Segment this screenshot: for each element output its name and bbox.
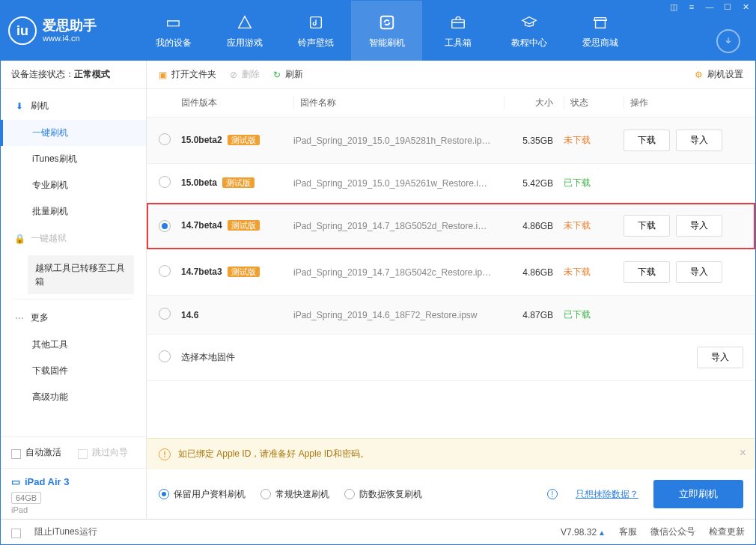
firmware-row[interactable]: 15.0beta 测试版iPad_Spring_2019_15.0_19A526… — [147, 164, 755, 203]
nav-apps[interactable]: 应用游戏 — [209, 1, 280, 61]
brand-logo: iu 爱思助手 www.i4.cn — [8, 16, 132, 45]
sidebar-more[interactable]: ⋯更多 — [1, 304, 146, 332]
sidebar-itunes-flash[interactable]: iTunes刷机 — [1, 146, 146, 172]
erase-link[interactable]: 只想抹除数据？ — [576, 488, 638, 501]
radio-anti[interactable] — [344, 489, 355, 499]
firmware-filename: iPad_Spring_2019_14.6_18F72_Restore.ipsw — [293, 310, 504, 320]
download-indicator[interactable] — [716, 29, 740, 53]
firmware-row[interactable]: 15.0beta2 测试版iPad_Spring_2019_15.0_19A52… — [147, 118, 755, 164]
firmware-size: 5.35GB — [504, 136, 564, 146]
graduation-icon — [520, 13, 538, 32]
device-type: iPad — [11, 505, 135, 514]
import-button[interactable]: 导入 — [676, 130, 722, 151]
auto-activate-checkbox[interactable] — [11, 449, 21, 459]
flash-icon: ⬇ — [14, 101, 25, 112]
opt-normal[interactable]: 常规快速刷机 — [260, 488, 329, 501]
firmware-status: 未下载 — [564, 219, 624, 232]
version-label[interactable]: V7.98.32▲ — [561, 527, 606, 538]
firmware-radio[interactable] — [159, 265, 171, 277]
skip-guide-checkbox[interactable] — [78, 449, 88, 459]
sidebar-pro-flash[interactable]: 专业刷机 — [1, 172, 146, 198]
close-notice-button[interactable]: × — [740, 446, 746, 460]
wechat-link[interactable]: 微信公众号 — [650, 526, 695, 538]
sidebar-batch-flash[interactable]: 批量刷机 — [1, 198, 146, 225]
firmware-row[interactable]: 14.7beta3 测试版iPad_Spring_2019_14.7_18G50… — [147, 249, 755, 296]
sidebar-other-tools[interactable]: 其他工具 — [1, 332, 146, 358]
block-itunes-checkbox[interactable] — [11, 529, 21, 538]
warning-icon: ! — [159, 448, 171, 460]
svg-rect-2 — [451, 19, 464, 28]
sidebar-advanced[interactable]: 高级功能 — [1, 384, 146, 410]
firmware-status: 已下载 — [564, 177, 624, 189]
opt-antirecover[interactable]: 防数据恢复刷机 — [344, 488, 422, 501]
sidebar: 设备连接状态：正常模式 ⬇刷机 一键刷机 iTunes刷机 专业刷机 批量刷机 … — [1, 61, 147, 519]
download-button[interactable]: 下载 — [624, 130, 670, 151]
menu-icon[interactable]: ≡ — [686, 2, 697, 12]
radio-normal[interactable] — [260, 489, 271, 499]
gear-icon: ⚙ — [695, 70, 703, 80]
sidebar-oneclick-flash[interactable]: 一键刷机 — [1, 120, 146, 146]
flash-settings-button[interactable]: ⚙刷机设置 — [695, 68, 743, 81]
lock-icon: 🔒 — [14, 234, 25, 244]
radio-local[interactable] — [159, 350, 171, 362]
main-nav: ▭我的设备 应用游戏 铃声壁纸 智能刷机 工具箱 教程中心 爱思商城 — [138, 1, 748, 61]
nav-toolbox[interactable]: 工具箱 — [422, 1, 493, 61]
th-action: 操作 — [624, 97, 743, 109]
firmware-size: 5.42GB — [504, 178, 564, 189]
update-link[interactable]: 检查更新 — [709, 526, 745, 538]
device-name[interactable]: ▭iPad Air 3 — [11, 476, 135, 487]
phone-icon: ▭ — [165, 13, 181, 32]
device-info: ▭iPad Air 3 64GB iPad — [1, 468, 146, 519]
firmware-size: 4.86GB — [504, 267, 564, 278]
import-button[interactable]: 导入 — [676, 261, 722, 283]
sidebar-flash[interactable]: ⬇刷机 — [1, 92, 146, 120]
import-local-button[interactable]: 导入 — [697, 347, 743, 368]
firmware-radio[interactable] — [159, 176, 171, 188]
firmware-version: 15.0beta2 — [181, 135, 222, 145]
firmware-row[interactable]: 14.7beta4 测试版iPad_Spring_2019_14.7_18G50… — [147, 203, 755, 249]
firmware-radio[interactable] — [159, 220, 171, 232]
service-link[interactable]: 客服 — [619, 526, 637, 538]
nav-my-device[interactable]: ▭我的设备 — [138, 1, 209, 61]
firmware-status: 已下载 — [564, 308, 624, 321]
brand-subtitle: www.i4.cn — [43, 34, 97, 43]
refresh-icon — [379, 13, 395, 32]
firmware-status: 未下载 — [564, 266, 624, 278]
delete-button[interactable]: ⊘删除 — [230, 68, 260, 81]
beta-badge: 测试版 — [228, 135, 260, 145]
device-storage: 64GB — [11, 492, 41, 504]
flash-now-button[interactable]: 立即刷机 — [653, 480, 743, 508]
firmware-filename: iPad_Spring_2019_14.7_18G5052d_Restore.i… — [293, 221, 504, 231]
firmware-radio[interactable] — [159, 133, 171, 145]
nav-flash[interactable]: 智能刷机 — [351, 1, 422, 61]
opt-keep-data[interactable]: 保留用户资料刷机 — [159, 488, 246, 501]
download-button[interactable]: 下载 — [624, 215, 670, 237]
firmware-list: 15.0beta2 测试版iPad_Spring_2019_15.0_19A52… — [147, 118, 755, 335]
app-header: iu 爱思助手 www.i4.cn ▭我的设备 应用游戏 铃声壁纸 智能刷机 工… — [1, 1, 755, 61]
local-firmware-row[interactable]: 选择本地固件 导入 — [147, 335, 755, 381]
nav-store[interactable]: 爱思商城 — [564, 1, 635, 61]
firmware-row[interactable]: 14.6iPad_Spring_2019_14.6_18F72_Restore.… — [147, 296, 755, 335]
firmware-radio[interactable] — [159, 308, 171, 320]
folder-icon: ▣ — [159, 70, 167, 80]
firmware-size: 4.87GB — [504, 310, 564, 320]
th-name: 固件名称 — [293, 97, 504, 109]
beta-badge: 测试版 — [228, 267, 260, 277]
minimize-button[interactable]: — — [704, 2, 715, 12]
maximize-button[interactable]: ☐ — [722, 2, 733, 12]
refresh-button[interactable]: ↻刷新 — [273, 68, 303, 81]
toolbar: ▣打开文件夹 ⊘删除 ↻刷新 ⚙刷机设置 — [147, 61, 755, 89]
brand-title: 爱思助手 — [43, 18, 97, 34]
close-button[interactable]: ✕ — [740, 2, 751, 12]
open-folder-button[interactable]: ▣打开文件夹 — [159, 68, 216, 81]
download-button[interactable]: 下载 — [624, 261, 670, 283]
chevron-up-icon: ▲ — [598, 529, 606, 537]
nav-ringtones[interactable]: 铃声壁纸 — [280, 1, 351, 61]
tshirt-icon[interactable]: ◫ — [668, 2, 679, 12]
toolbox-icon — [450, 13, 466, 32]
firmware-version: 15.0beta — [181, 177, 217, 188]
sidebar-download-fw[interactable]: 下载固件 — [1, 358, 146, 384]
nav-tutorials[interactable]: 教程中心 — [493, 1, 564, 61]
import-button[interactable]: 导入 — [676, 215, 722, 237]
radio-keep[interactable] — [159, 489, 169, 499]
